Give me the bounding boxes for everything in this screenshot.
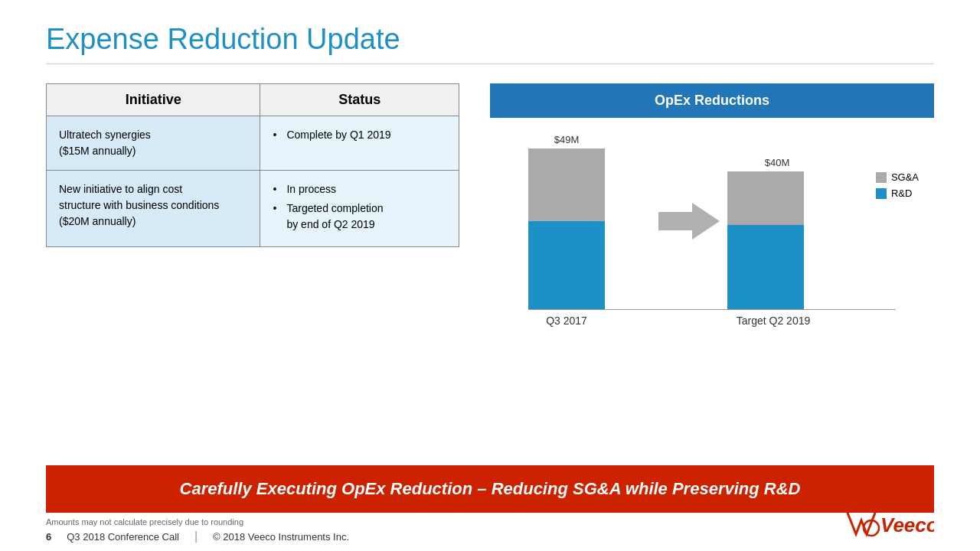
bottom-banner: Carefully Executing OpEx Reduction – Red… xyxy=(46,465,934,513)
x-label-target: Target Q2 2019 xyxy=(727,315,819,327)
footer-conference: Q3 2018 Conference Call xyxy=(67,531,179,543)
footer-note: Amounts may not calculate precisely due … xyxy=(46,517,934,527)
status-bullet: Targeted completionby end of Q2 2019 xyxy=(273,201,446,233)
footer-page: 6 xyxy=(46,531,51,543)
veeco-logo: Veeco xyxy=(842,505,934,545)
bar2-sga xyxy=(727,171,804,225)
bar1-sga xyxy=(528,148,605,221)
bar2-value: $40M xyxy=(765,157,790,168)
footer-bottom: 6 Q3 2018 Conference Call | © 2018 Veeco… xyxy=(46,530,934,543)
svg-text:Veeco: Veeco xyxy=(880,514,934,536)
bar1-rd xyxy=(528,221,605,309)
page-title: Expense Reduction Update xyxy=(46,23,934,56)
x-label-q3: Q3 2017 xyxy=(528,315,605,327)
status-cell-1: Complete by Q1 2019 xyxy=(260,116,459,171)
veeco-logo-svg: Veeco xyxy=(842,505,934,540)
table-row: New initiative to align coststructure wi… xyxy=(47,171,459,247)
initiative-cell-2: New initiative to align coststructure wi… xyxy=(47,171,260,247)
col1-header: Initiative xyxy=(47,84,260,116)
slide: Expense Reduction Update Initiative Stat… xyxy=(0,0,980,551)
initiative-table: Initiative Status Ultratech synergies($1… xyxy=(46,83,459,247)
chart-section: OpEx Reductions SG&A R&D xyxy=(490,83,934,347)
x-labels: Q3 2017 Target Q2 2019 xyxy=(505,310,919,327)
status-cell-2: In process Targeted completionby end of … xyxy=(260,171,459,247)
left-section: Initiative Status Ultratech synergies($1… xyxy=(46,83,459,247)
table-row: Ultratech synergies($15M annually) Compl… xyxy=(47,116,459,171)
main-content: Initiative Status Ultratech synergies($1… xyxy=(46,83,934,347)
initiative-cell-1: Ultratech synergies($15M annually) xyxy=(47,116,260,171)
chart-header: OpEx Reductions xyxy=(490,83,934,118)
col2-header: Status xyxy=(260,84,459,116)
status-bullet: In process xyxy=(273,181,446,197)
bar1-value: $49M xyxy=(554,134,580,145)
svg-marker-0 xyxy=(658,203,720,240)
bar-group-q3-2017: $49M xyxy=(528,134,605,309)
bar2-stack xyxy=(727,171,804,309)
footer-divider: | xyxy=(194,530,198,543)
arrow-container xyxy=(651,202,727,240)
bar2-rd xyxy=(727,225,804,309)
banner-text: Carefully Executing OpEx Reduction – Red… xyxy=(180,479,801,498)
footer: Amounts may not calculate precisely due … xyxy=(46,517,934,543)
title-divider xyxy=(46,64,934,64)
bar-group-target-q2-2019: $40M xyxy=(727,157,804,309)
bar1-stack xyxy=(528,148,605,309)
footer-copyright: © 2018 Veeco Instruments Inc. xyxy=(213,531,349,543)
reduction-arrow xyxy=(658,202,720,240)
status-bullet: Complete by Q1 2019 xyxy=(273,127,446,143)
